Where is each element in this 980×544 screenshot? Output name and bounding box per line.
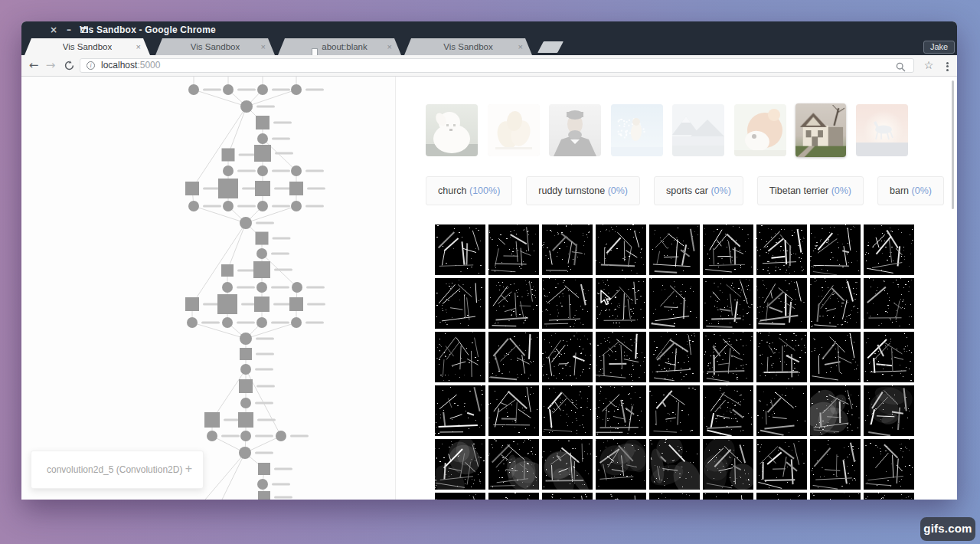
tab-about-blank[interactable]: about:blank× <box>278 38 401 55</box>
graph-layer-node[interactable] <box>188 84 199 95</box>
feature-map-cell[interactable] <box>488 493 539 500</box>
feature-map-cell[interactable] <box>596 385 646 436</box>
graph-layer-node[interactable] <box>223 201 234 211</box>
input-image-eggs[interactable] <box>488 104 540 156</box>
feature-map-cell[interactable] <box>703 385 753 436</box>
graph-layer-node[interactable] <box>222 317 233 328</box>
graph-layer-node[interactable] <box>223 165 234 176</box>
feature-map-cell[interactable] <box>488 332 539 382</box>
graph-layer-node[interactable] <box>240 431 251 441</box>
feature-map-cell[interactable] <box>435 332 485 382</box>
feature-map-cell[interactable] <box>810 493 861 500</box>
graph-layer-node[interactable] <box>257 133 268 144</box>
profile-button[interactable]: Jake <box>923 41 955 54</box>
graph-layer-node[interactable] <box>276 431 286 441</box>
feature-map-cell[interactable] <box>488 439 539 490</box>
feature-map-cell[interactable] <box>703 332 753 382</box>
feature-map-cell[interactable] <box>596 224 646 275</box>
feature-map-cell[interactable] <box>810 332 861 382</box>
graph-conv-node[interactable] <box>240 348 252 360</box>
graph-conv-node[interactable] <box>238 412 253 428</box>
feature-map-cell[interactable] <box>756 493 807 500</box>
graph-conv-node[interactable] <box>255 181 270 196</box>
new-tab-button[interactable] <box>537 41 564 53</box>
feature-map-cell[interactable] <box>596 439 646 490</box>
graph-conv-node[interactable] <box>289 182 303 195</box>
feature-map-cell[interactable] <box>435 493 485 500</box>
feature-map-cell[interactable] <box>542 493 593 500</box>
feature-map-cell[interactable] <box>596 493 646 500</box>
graph-layer-node[interactable] <box>257 479 268 490</box>
feature-map-cell[interactable] <box>810 278 861 329</box>
graph-layer-node[interactable] <box>223 84 234 95</box>
url-bar[interactable]: i localhost:5000 <box>80 58 914 73</box>
feature-map-cell[interactable] <box>864 493 914 500</box>
graph-conv-node[interactable] <box>185 297 199 311</box>
bookmark-star-icon[interactable]: ☆ <box>920 55 937 77</box>
graph-layer-node[interactable] <box>187 317 198 328</box>
feature-map-cell[interactable] <box>488 224 539 275</box>
graph-conv-node[interactable] <box>222 149 235 162</box>
graph-conv-node[interactable] <box>254 297 270 312</box>
graph-layer-node[interactable] <box>240 333 252 345</box>
feature-map-cell[interactable] <box>542 332 593 382</box>
feature-map-cell[interactable] <box>435 385 485 436</box>
feature-map-cell[interactable] <box>488 385 539 436</box>
tab-close-icon[interactable]: × <box>518 38 523 55</box>
feature-map-cell[interactable] <box>649 332 700 382</box>
graph-layer-node[interactable] <box>256 248 267 259</box>
graph-conv-node[interactable] <box>258 491 270 500</box>
graph-conv-node[interactable] <box>256 232 269 245</box>
feature-map-cell[interactable] <box>703 278 753 329</box>
graph-layer-node[interactable] <box>240 100 253 113</box>
prediction-card-ruddy-turnstone[interactable]: ruddy turnstone (0%) <box>526 176 640 205</box>
feature-map-cell[interactable] <box>864 385 914 436</box>
feature-map-cell[interactable] <box>703 439 753 490</box>
feature-map-cell[interactable] <box>756 385 807 436</box>
graph-layer-node[interactable] <box>291 84 302 95</box>
input-image-red-panda[interactable] <box>734 104 786 156</box>
graph-layer-node[interactable] <box>239 447 251 459</box>
tab-close-icon[interactable]: × <box>261 38 266 55</box>
input-image-horse-sunset[interactable] <box>856 104 908 156</box>
page-info-icon[interactable]: i <box>87 61 95 70</box>
window-close-button[interactable]: × <box>47 21 60 38</box>
page-scrollbar[interactable] <box>952 80 954 209</box>
graph-layer-node[interactable] <box>257 84 268 95</box>
graph-conv-node[interactable] <box>204 412 220 428</box>
input-image-bird-on-blue[interactable] <box>611 104 663 156</box>
search-icon[interactable] <box>896 61 906 75</box>
feature-map-cell[interactable] <box>542 439 593 490</box>
feature-map-cell[interactable] <box>649 278 700 329</box>
prediction-card-sports-car[interactable]: sports car (0%) <box>654 176 743 205</box>
feature-map-cell[interactable] <box>756 224 807 275</box>
feature-map-cell[interactable] <box>649 493 700 500</box>
prediction-card-barn[interactable]: barn (0%) <box>877 176 944 205</box>
feature-map-cell[interactable] <box>864 278 914 329</box>
graph-layer-node[interactable] <box>256 317 267 328</box>
graph-layer-node[interactable] <box>256 282 267 293</box>
tab-vis-sandbox[interactable]: Vis Sandbox× <box>155 38 275 55</box>
feature-map-cell[interactable] <box>488 278 539 329</box>
feature-map-cell[interactable] <box>542 278 593 329</box>
graph-conv-node[interactable] <box>218 179 238 198</box>
feature-map-cell[interactable] <box>864 439 914 490</box>
tab-close-icon[interactable]: × <box>387 38 392 55</box>
feature-map-cell[interactable] <box>542 224 593 275</box>
feature-map-cell[interactable] <box>756 278 807 329</box>
tab-close-icon[interactable]: × <box>136 38 141 55</box>
window-minimize-button[interactable]: – <box>62 21 76 38</box>
prediction-card-church[interactable]: church (100%) <box>426 176 512 205</box>
graph-conv-node[interactable] <box>253 261 270 278</box>
feature-map-cell[interactable] <box>435 439 485 490</box>
forward-button[interactable]: → <box>43 55 58 77</box>
feature-map-cell[interactable] <box>435 278 485 329</box>
reload-button[interactable] <box>61 55 77 77</box>
feature-map-cell[interactable] <box>864 224 914 275</box>
graph-layer-node[interactable] <box>291 201 302 211</box>
graph-layer-node[interactable] <box>240 364 251 375</box>
graph-layer-node[interactable] <box>291 317 302 328</box>
graph-conv-node[interactable] <box>289 297 303 311</box>
graph-layer-node[interactable] <box>222 282 233 293</box>
feature-map-cell[interactable] <box>542 385 593 436</box>
